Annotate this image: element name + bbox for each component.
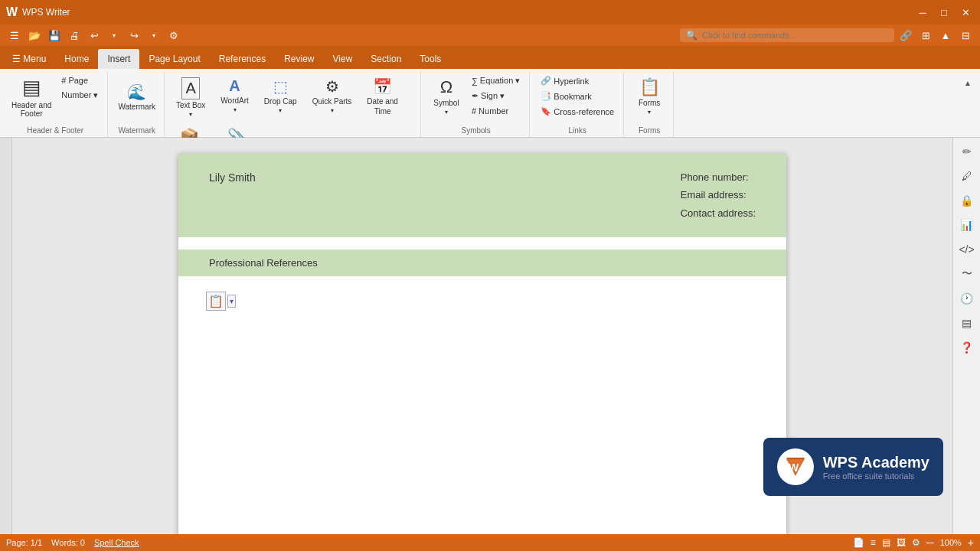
sidebar-icon-chart[interactable]: 📊 — [956, 214, 978, 236]
watermark-button[interactable]: 🌊 Watermark — [114, 73, 159, 119]
tab-section[interactable]: Section — [361, 49, 410, 69]
number-button[interactable]: # Number — [467, 104, 524, 118]
ribbon-group-links: 🔗 Hyperlink 📑 Bookmark 🔖 Cross-reference… — [531, 72, 624, 137]
document-content[interactable]: 📋 ▾ — [178, 276, 786, 429]
page-number-group: # Page Number ▾ — [57, 73, 103, 103]
status-bar-right: 📄 ≡ ▤ 🖼 ⚙ ─ 100% + — [853, 536, 974, 549]
paste-icon[interactable]: 📋 — [206, 292, 226, 311]
print-button[interactable]: 🖨 — [66, 27, 83, 44]
forms-button[interactable]: 📋 Forms ▾ — [630, 73, 668, 119]
equation-button[interactable]: ∑ Equation ▾ — [467, 73, 524, 88]
tab-tools[interactable]: Tools — [410, 49, 450, 69]
header-footer-buttons: ▤ Header andFooter # Page Number ▾ — [8, 73, 103, 125]
tab-page-layout[interactable]: Page Layout — [139, 49, 209, 69]
document-header: Lily Smith Phone number: Email address: … — [178, 153, 786, 237]
paste-dropdown[interactable]: ▾ — [227, 295, 236, 308]
collapse-ribbon-button[interactable]: ▲ — [962, 75, 974, 90]
watermark-label: Watermark — [114, 125, 159, 137]
wordart-icon: A — [229, 77, 240, 95]
ribbon-group-symbols: Ω Symbol ▾ ∑ Equation ▾ ✒ Sign ▾ # Numbe… — [423, 72, 530, 137]
customize-qa[interactable]: ⚙ — [165, 27, 182, 44]
undo-button[interactable]: ↩ — [86, 27, 103, 44]
undo-dropdown[interactable]: ▾ — [106, 27, 122, 44]
left-margin — [0, 138, 12, 534]
collapse-button[interactable]: ⊟ — [957, 27, 974, 44]
header-footer-button[interactable]: ▤ Header andFooter — [8, 73, 55, 119]
redo-button[interactable]: ↪ — [126, 27, 142, 44]
view-read[interactable]: 🖼 — [897, 537, 906, 548]
hyperlink-button[interactable]: 🔗 Hyperlink — [536, 73, 619, 88]
document-page: Lily Smith Phone number: Email address: … — [178, 153, 786, 534]
sidebar-icon-help[interactable]: ❓ — [956, 337, 978, 358]
view-normal[interactable]: 📄 — [853, 537, 864, 548]
text-box-button[interactable]: A Text Box ▾ — [171, 73, 211, 122]
ribbon-group-text: A Text Box ▾ A WordArt ▾ ⬚ Drop Cap ▾ — [166, 72, 421, 137]
spell-check[interactable]: Spell Check — [94, 538, 139, 547]
view-settings[interactable]: ⚙ — [912, 537, 920, 548]
open-button[interactable]: 📂 — [26, 27, 43, 44]
menu-button[interactable]: ☰ — [6, 27, 23, 44]
tab-view[interactable]: View — [324, 49, 362, 69]
text-box-icon: A — [181, 77, 199, 99]
page-number-button[interactable]: # Page — [57, 73, 103, 87]
view-outline[interactable]: ≡ — [871, 537, 876, 548]
sidebar-icon-wave[interactable]: 〜 — [956, 263, 978, 285]
watermark-buttons: 🌊 Watermark — [114, 73, 159, 125]
hyperlink-icon: 🔗 — [541, 76, 551, 86]
date-time-button[interactable]: 📅 Date and Time — [361, 73, 403, 119]
sidebar-icon-pen[interactable]: ✏ — [956, 141, 978, 162]
sidebar-icon-lock[interactable]: 🔒 — [956, 190, 978, 211]
tab-insert[interactable]: Insert — [98, 49, 139, 69]
wordart-button[interactable]: A WordArt ▾ — [215, 73, 254, 117]
cross-reference-button[interactable]: 🔖 Cross-reference — [536, 104, 619, 119]
ribbon: ▤ Header andFooter # Page Number ▾ Heade… — [0, 69, 980, 138]
search-input[interactable] — [702, 31, 871, 40]
ribbon-group-forms: 📋 Forms ▾ Forms — [626, 72, 674, 137]
forms-icon: 📋 — [639, 77, 660, 97]
phone-label: Phone number: — [681, 168, 756, 186]
quick-parts-icon: ⚙ — [325, 77, 339, 96]
document-area[interactable]: Lily Smith Phone number: Email address: … — [12, 138, 952, 534]
minimize-button[interactable]: ─ — [914, 4, 931, 21]
bookmark-button[interactable]: 📑 Bookmark — [536, 89, 619, 103]
drop-cap-button[interactable]: ⬚ Drop Cap ▾ — [259, 73, 302, 118]
page-info: Page: 1/1 — [6, 538, 42, 547]
tab-menu[interactable]: ☰ Menu — [3, 49, 55, 69]
quick-parts-button[interactable]: ⚙ Quick Parts ▾ — [307, 73, 358, 118]
sign-icon: ✒ — [472, 91, 479, 101]
links-buttons: 🔗 Hyperlink 📑 Bookmark 🔖 Cross-reference — [536, 73, 619, 125]
equation-icon: ∑ — [472, 77, 478, 86]
view-web[interactable]: ▤ — [882, 537, 890, 548]
cross-ref-icon: 🔖 — [541, 106, 551, 116]
save-button[interactable]: 💾 — [46, 27, 63, 44]
share-button[interactable]: 🔗 — [897, 27, 914, 44]
contact-label: Contact address: — [681, 204, 756, 222]
close-button[interactable]: ✕ — [957, 4, 974, 21]
expand-button[interactable]: ⊞ — [917, 27, 934, 44]
symbol-icon: Ω — [440, 77, 452, 97]
ribbon-group-header-footer: ▤ Header andFooter # Page Number ▾ Heade… — [3, 72, 108, 137]
symbols-label: Symbols — [427, 125, 524, 137]
tab-references[interactable]: References — [210, 49, 275, 69]
paste-icon-container: 📋 ▾ — [206, 292, 236, 311]
collapse-ribbon[interactable]: ▲ — [937, 27, 954, 44]
page-number-dropdown[interactable]: Number ▾ — [57, 88, 103, 103]
redo-dropdown[interactable]: ▾ — [145, 27, 162, 44]
tab-home[interactable]: Home — [55, 49, 98, 69]
sidebar-icon-code[interactable]: </> — [956, 239, 978, 260]
separator — [178, 237, 786, 249]
sidebar-icon-edit[interactable]: 🖊 — [956, 165, 978, 187]
zoom-level: 100% — [940, 538, 962, 547]
zoom-in[interactable]: + — [968, 536, 974, 549]
maximize-button[interactable]: □ — [936, 4, 952, 21]
email-label: Email address: — [681, 186, 756, 204]
tab-review[interactable]: Review — [275, 49, 323, 69]
sign-button[interactable]: ✒ Sign ▾ — [467, 89, 524, 103]
forms-label: Forms — [630, 125, 668, 137]
symbol-button[interactable]: Ω Symbol ▾ — [427, 73, 466, 119]
sidebar-icon-history[interactable]: 🕐 — [956, 288, 978, 309]
date-time-icon: 📅 — [373, 77, 392, 96]
sidebar-icon-layout[interactable]: ▤ — [956, 312, 978, 334]
zoom-out[interactable]: ─ — [926, 536, 934, 549]
status-bar: Page: 1/1 Words: 0 Spell Check 📄 ≡ ▤ 🖼 ⚙… — [0, 534, 980, 551]
